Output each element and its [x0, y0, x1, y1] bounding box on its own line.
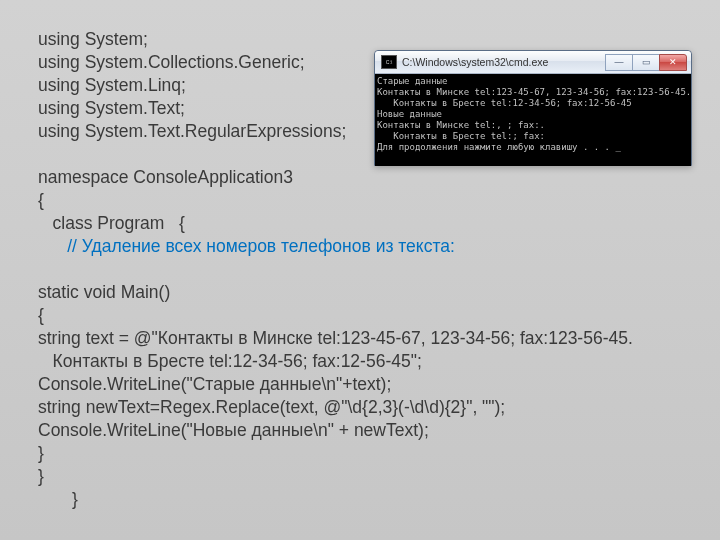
- window-buttons: — ▭ ✕: [606, 54, 687, 71]
- code-line: class Program {: [38, 213, 185, 233]
- code-line: namespace ConsoleApplication3: [38, 167, 293, 187]
- cmd-line: Для продолжения нажмите любую клавишу . …: [377, 142, 621, 152]
- cmd-line: Контакты в Минске tel:123-45-67, 123-34-…: [377, 87, 691, 97]
- code-line: {: [38, 190, 44, 210]
- cmd-titlebar[interactable]: C:\Windows\system32\cmd.exe — ▭ ✕: [375, 51, 691, 74]
- cmd-line: Старые данные: [377, 76, 447, 86]
- code-line: {: [38, 305, 44, 325]
- code-line: using System.Text;: [38, 98, 185, 118]
- slide: using System; using System.Collections.G…: [0, 0, 720, 540]
- maximize-button[interactable]: ▭: [632, 54, 660, 71]
- cmd-title: C:\Windows\system32\cmd.exe: [402, 56, 606, 68]
- cmd-line: Контакты в Минске tel:, ; fax:.: [377, 120, 545, 130]
- cmd-window: C:\Windows\system32\cmd.exe — ▭ ✕ Старые…: [374, 50, 692, 166]
- code-line: using System.Linq;: [38, 75, 186, 95]
- code-comment: // Удаление всех номеров телефонов из те…: [38, 236, 455, 256]
- code-line: Console.WriteLine("Новые данные\n" + new…: [38, 420, 429, 440]
- close-button[interactable]: ✕: [659, 54, 687, 71]
- code-line: Контакты в Бресте tel:12-34-56; fax:12-5…: [38, 351, 422, 371]
- code-line: using System.Text.RegularExpressions;: [38, 121, 346, 141]
- code-line: Console.WriteLine("Старые данные\n"+text…: [38, 374, 391, 394]
- code-line: using System;: [38, 29, 148, 49]
- cmd-line: Контакты в Бресте tel:; fax:: [377, 131, 545, 141]
- cmd-line: Новые данные: [377, 109, 442, 119]
- code-line: }: [38, 466, 44, 486]
- code-line: }: [38, 489, 78, 509]
- cmd-line: Контакты в Бресте tel:12-34-56; fax:12-5…: [377, 98, 632, 108]
- cmd-icon: [381, 55, 397, 69]
- minimize-button[interactable]: —: [605, 54, 633, 71]
- code-line: string newText=Regex.Replace(text, @"\d{…: [38, 397, 505, 417]
- cmd-output: Старые данные Контакты в Минске tel:123-…: [375, 74, 691, 166]
- code-line: string text = @"Контакты в Минске tel:12…: [38, 328, 633, 348]
- code-line: using System.Collections.Generic;: [38, 52, 305, 72]
- code-line: }: [38, 443, 44, 463]
- code-line: static void Main(): [38, 282, 170, 302]
